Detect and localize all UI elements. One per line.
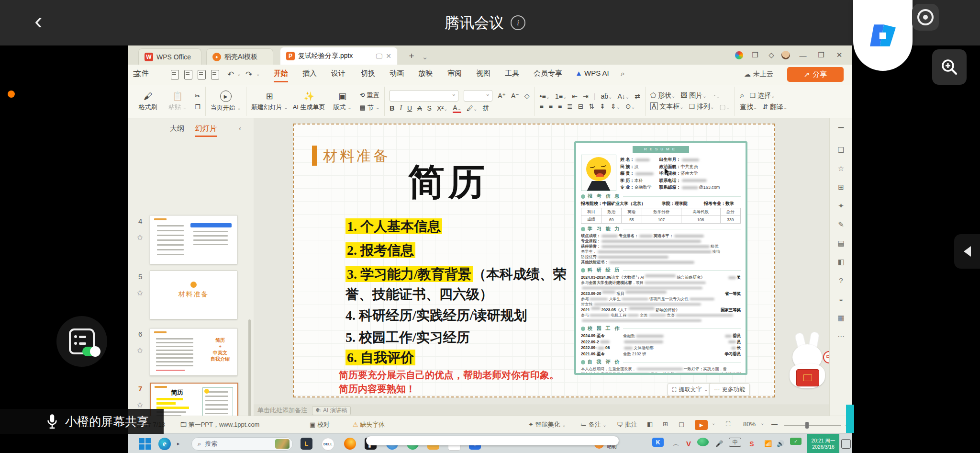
search-icon[interactable]: ⌕: [621, 69, 625, 78]
user-avatar[interactable]: [780, 49, 792, 61]
para-spacing-icon[interactable]: ⇞: [600, 102, 605, 110]
outdent-icon[interactable]: ⇤: [572, 92, 578, 100]
favorite-star-icon[interactable]: ✩: [137, 401, 143, 409]
normal-view-icon[interactable]: ◧: [647, 420, 653, 428]
fit-window-icon[interactable]: ⛶: [726, 420, 730, 428]
arrange-button[interactable]: ❏ 排列⌄: [689, 102, 714, 111]
paste-button[interactable]: 📋粘贴 ⌄: [165, 91, 190, 112]
cube-icon[interactable]: ◇: [765, 49, 778, 61]
firefox-app-icon[interactable]: [344, 438, 356, 450]
redo-icon[interactable]: ↷: [245, 69, 252, 79]
more-functions-button[interactable]: ⋯更多功能: [709, 383, 750, 396]
menu-视图[interactable]: 视图: [476, 69, 490, 78]
pinyin-button[interactable]: 拼: [482, 104, 489, 113]
collapse-panel-tab[interactable]: [954, 234, 980, 269]
text-direction-icon[interactable]: ⇄: [635, 92, 640, 100]
decrease-font-icon[interactable]: A⁻: [511, 92, 519, 100]
tab-outline[interactable]: 大纲: [170, 124, 184, 133]
font-size-select[interactable]: [464, 90, 492, 102]
edit-icon[interactable]: ✎: [830, 220, 852, 229]
layout-button[interactable]: ▣版式 ⌄: [330, 91, 355, 112]
underline-button[interactable]: U: [407, 104, 412, 112]
outline-icon[interactable]: ▤: [830, 239, 852, 248]
cloud-status[interactable]: ☁未上云: [744, 70, 773, 79]
sort-icon[interactable]: A↓⌄: [617, 92, 629, 100]
clear-format-icon[interactable]: ◇: [524, 92, 530, 100]
find-button[interactable]: 查找⌄: [740, 103, 757, 112]
favorite-star-icon[interactable]: ✩: [137, 289, 143, 297]
save-icon[interactable]: [171, 70, 179, 79]
panel-scrollbar[interactable]: [248, 319, 251, 430]
text-fit-icon[interactable]: ⊜⌄: [625, 102, 635, 110]
dell-app-icon[interactable]: DELL: [322, 438, 334, 451]
menu-切换[interactable]: 切换: [361, 69, 375, 78]
format-painter-button[interactable]: 🖌格式刷: [135, 91, 160, 112]
align-right-icon[interactable]: ≡: [558, 102, 562, 110]
picture-button[interactable]: 🖼 图片⌄: [680, 91, 706, 100]
strike-button[interactable]: A: [417, 104, 422, 112]
layout-icon[interactable]: ⊞: [830, 183, 852, 192]
translate-button[interactable]: ⇵ 翻译⌄: [762, 103, 787, 112]
sogou-tray-icon[interactable]: S: [746, 438, 757, 450]
sorter-view-icon[interactable]: ⊞: [663, 420, 668, 428]
favorite-star-icon[interactable]: ✩: [137, 346, 143, 355]
zoom-level[interactable]: 80%: [743, 420, 756, 428]
properties-icon[interactable]: ❑: [830, 146, 852, 154]
play-from-current-button[interactable]: ▶当页开始 ⌄: [211, 91, 241, 112]
highlight-button[interactable]: 🖊⌄: [467, 104, 477, 112]
mic-tray-icon[interactable]: 🎤: [713, 438, 725, 450]
tab-slides[interactable]: 幻灯片: [195, 124, 217, 137]
taskbar-clock[interactable]: 20:21 周一 2026/3/16: [807, 434, 839, 453]
print-preview-icon[interactable]: [211, 70, 219, 79]
back-button[interactable]: ‹: [34, 7, 43, 34]
slideshow-dropdown-icon[interactable]: ⌄: [712, 420, 715, 426]
meeting-scroll-indicator[interactable]: [366, 436, 619, 445]
maximize-button[interactable]: ❐: [815, 49, 827, 61]
edge-browser-icon[interactable]: e: [158, 438, 171, 450]
wps-ai-menu[interactable]: ▲ WPS AI: [575, 69, 609, 77]
media-button[interactable]: ▢⌄: [719, 103, 730, 111]
reading-view-icon[interactable]: ▢: [679, 420, 684, 428]
copy-icon[interactable]: ❐: [195, 103, 200, 111]
ai-single-page-button[interactable]: ✨AI 生成单页: [293, 91, 325, 112]
wifi-tray-icon[interactable]: 📶: [762, 438, 774, 450]
collapse-panel-icon[interactable]: ‹: [239, 124, 241, 132]
slideshow-button[interactable]: ▶: [695, 420, 708, 430]
tray-expand-icon[interactable]: ︿: [670, 438, 682, 450]
shapes-button[interactable]: ⬠ 形状⌄: [650, 91, 675, 100]
zoom-slider-knob[interactable]: [805, 422, 809, 429]
font-family-select[interactable]: [390, 90, 458, 102]
help-icon[interactable]: ?: [830, 276, 852, 284]
menu-more-icon[interactable]: ⌄: [256, 71, 260, 77]
bold-button[interactable]: B: [390, 104, 394, 112]
ai-speech-badge[interactable]: 🗣AI 演讲稿: [312, 406, 351, 415]
export-icon[interactable]: [184, 70, 192, 79]
slide-thumbnail-6[interactable]: 简历+中英文自我介绍: [150, 328, 237, 376]
indent-icon[interactable]: ⇥: [583, 92, 589, 100]
ime-tray-icon[interactable]: 中: [729, 438, 741, 447]
info-icon[interactable]: i: [511, 15, 525, 30]
tab-wps-home[interactable]: W WPS Office: [138, 48, 201, 65]
close-tab-icon[interactable]: ✕: [386, 52, 391, 60]
menu-工具[interactable]: 工具: [505, 69, 519, 78]
start-button[interactable]: [139, 438, 151, 450]
favorite-star-icon[interactable]: ✩: [137, 233, 143, 242]
proofread-button[interactable]: ▣ 校对: [310, 420, 330, 429]
undo-dropdown-icon[interactable]: ⌄: [237, 71, 241, 77]
template-source[interactable]: 🗔 第一PPT，www.1ppt.com: [180, 420, 259, 429]
slide-thumbnail-4[interactable]: [150, 215, 237, 264]
annotation-handle[interactable]: [846, 405, 854, 433]
missing-font-warning[interactable]: ⚠ 缺失字体: [353, 420, 385, 429]
scroll-up-icon[interactable]: ▔: [830, 127, 852, 136]
align-left-icon[interactable]: ≡: [540, 102, 544, 110]
zoom-dropdown-icon[interactable]: ⌄: [760, 420, 764, 426]
theme-color-icon[interactable]: [733, 49, 745, 61]
select-button[interactable]: ❏ 选择⌄: [750, 91, 775, 100]
reset-button[interactable]: ⟲重置: [360, 91, 380, 100]
zoom-out-button[interactable]: —: [771, 420, 778, 428]
extract-text-button[interactable]: ⛶提取文字⌄: [668, 383, 713, 396]
action-center-icon[interactable]: [841, 439, 851, 449]
font-color-button[interactable]: A⌄: [453, 104, 461, 113]
print-icon[interactable]: [198, 70, 206, 79]
zoom-in-button[interactable]: [932, 49, 967, 85]
